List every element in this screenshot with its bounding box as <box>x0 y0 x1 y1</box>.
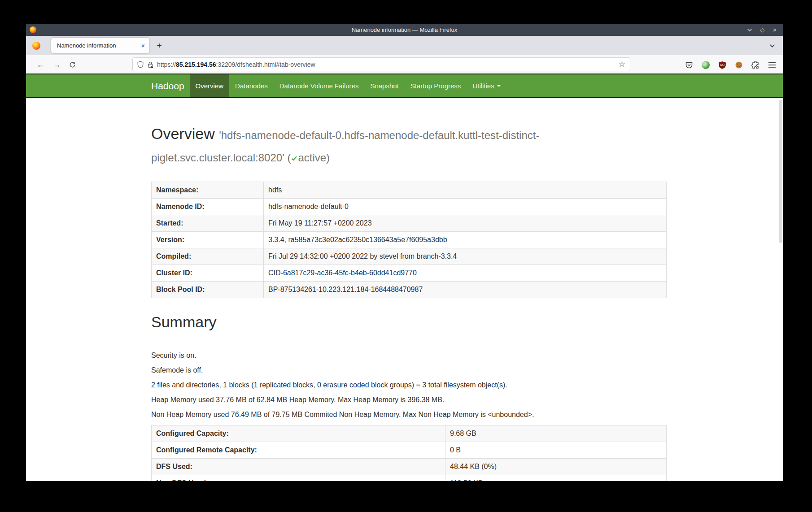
tab-datanodes[interactable]: Datanodes <box>229 74 274 97</box>
tab-close-icon[interactable]: × <box>137 42 149 49</box>
summary-heading: Summary <box>151 312 667 333</box>
table-row: Namenode ID:hdfs-namenode-default-0 <box>152 199 667 215</box>
back-button[interactable]: ← <box>34 58 47 71</box>
ublock-origin-icon[interactable]: UO <box>717 60 728 70</box>
table-row: DFS Used:48.44 KB (0%) <box>152 459 667 475</box>
firefox-view-icon[interactable] <box>32 42 40 50</box>
table-row: Cluster ID:CID-6a817c29-ac36-45fc-b4eb-6… <box>152 265 667 282</box>
extension-green-icon[interactable] <box>700 60 711 70</box>
table-row: Configured Capacity:9.68 GB <box>152 425 667 442</box>
menu-hamburger-icon[interactable] <box>767 60 777 70</box>
url-scheme: https:// <box>157 61 176 68</box>
url-bar[interactable]: https://85.215.194.56:32209/dfshealth.ht… <box>132 57 630 71</box>
active-check-icon <box>291 155 298 162</box>
titlebar: Namenode information — Mozilla Firefox ◇… <box>26 24 783 36</box>
tab-startup-progress[interactable]: Startup Progress <box>405 74 467 97</box>
reload-icon <box>69 61 76 68</box>
page-viewport: Overview 'hdfs-namenode-default-0.hdfs-n… <box>26 98 783 481</box>
table-row: Started:Fri May 19 11:27:57 +0200 2023 <box>152 215 667 232</box>
extension-cluster: UO <box>684 55 777 74</box>
chevron-down-icon <box>747 28 752 32</box>
divider <box>151 340 667 340</box>
tab-snapshot[interactable]: Snapshot <box>364 74 404 97</box>
close-button[interactable]: × <box>770 26 779 35</box>
scrollbar-thumb[interactable] <box>779 100 782 243</box>
lock-warning-icon[interactable] <box>147 61 153 68</box>
namenode-host: 'hdfs-namenode-default-0.hdfs-namenode-d… <box>219 129 539 141</box>
tab-overview[interactable]: Overview <box>190 74 230 97</box>
cookie-icon[interactable] <box>733 60 744 70</box>
summary-line: 2 files and directories, 1 blocks (1 rep… <box>151 381 667 390</box>
new-tab-button[interactable]: + <box>153 39 166 52</box>
extensions-puzzle-icon[interactable] <box>750 60 761 70</box>
url-text: https://85.215.194.56:32209/dfshealth.ht… <box>157 61 615 68</box>
table-row: Namespace:hdfs <box>152 182 667 199</box>
forward-button[interactable]: → <box>51 58 63 71</box>
capacity-table: Configured Capacity:9.68 GB Configured R… <box>151 425 667 481</box>
maximize-button[interactable]: ◇ <box>758 26 767 35</box>
summary-line: Heap Memory used 37.76 MB of 62.84 MB He… <box>151 395 667 404</box>
table-row: Configured Remote Capacity:0 B <box>152 442 667 459</box>
ublock-letters: UO <box>720 63 725 66</box>
minimize-button[interactable] <box>745 26 754 35</box>
table-row: Block Pool ID:BP-875134261-10.223.121.18… <box>152 282 667 298</box>
tab-datanode-volume-failures[interactable]: Datanode Volume Failures <box>274 74 365 97</box>
browser-window: Namenode information — Mozilla Firefox ◇… <box>26 24 783 481</box>
navbar-brand-hadoop[interactable]: Hadoop <box>151 74 184 97</box>
navigation-toolbar: ← → https://85.215.194.56:32209/dfshealt… <box>26 55 783 74</box>
shield-icon[interactable] <box>137 61 144 68</box>
table-row: Non DFS Used:119.56 KB <box>152 475 667 482</box>
url-domain: 85.215.194.56 <box>176 61 216 68</box>
status-active: active <box>298 152 326 164</box>
tab-title: Namenode information <box>51 42 137 49</box>
table-row: Version:3.3.4, ra585a73c3e02ac62350c1366… <box>152 232 667 248</box>
namenode-info-table: Namespace:hdfs Namenode ID:hdfs-namenode… <box>151 182 667 298</box>
summary-line: Safemode is off. <box>151 366 667 375</box>
tab-utilities-dropdown[interactable]: Utilities <box>467 74 506 97</box>
bookmark-star-icon[interactable]: ☆ <box>619 60 625 69</box>
list-tabs-button[interactable] <box>767 40 777 51</box>
url-path: :32209/dfshealth.html#tab-overview <box>216 61 315 68</box>
chevron-down-icon <box>769 44 775 48</box>
summary-line: Non Heap Memory used 76.49 MB of 79.75 M… <box>151 410 667 419</box>
table-row: Compiled:Fri Jul 29 14:32:00 +0200 2022 … <box>152 248 667 265</box>
page-title: Overview 'hdfs-namenode-default-0.hdfs-n… <box>151 98 667 168</box>
pocket-icon[interactable] <box>684 60 694 70</box>
summary-line: Security is on. <box>151 351 667 360</box>
tab-strip: Namenode information × + <box>26 36 783 55</box>
hadoop-navbar: Hadoop Overview Datanodes Datanode Volum… <box>26 74 783 98</box>
browser-tab[interactable]: Namenode information × <box>51 38 149 53</box>
window-title: Namenode information — Mozilla Firefox <box>26 26 783 33</box>
window-controls: ◇ × <box>745 24 779 36</box>
utilities-caret-icon <box>497 85 501 87</box>
reload-button[interactable] <box>66 58 79 71</box>
